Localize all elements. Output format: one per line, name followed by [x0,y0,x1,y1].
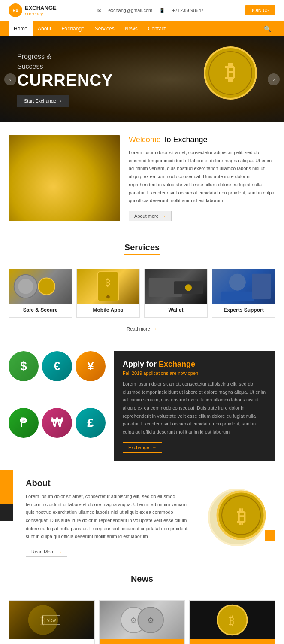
apply-description: Lorem ipsum dolor sit amet, consectetur … [123,380,267,436]
logo-icon: Ex [9,3,22,17]
hero-coin: ₿ [202,45,258,101]
hero-start-button[interactable]: Start Exchange [17,95,69,107]
read-more-about-button[interactable]: Read More [26,547,67,557]
header-email: exchang@gmail.com [108,8,152,13]
join-button[interactable]: JOIN US [245,5,275,15]
services-section: Services Safe & Secure ₿ Mobile Apps Wal… [0,234,284,343]
nav-home[interactable]: Home [9,21,33,36]
service-card-experts: Experts Support [212,269,275,318]
contact-info: ✉ exchang@gmail.com 📱 +71235698647 [97,8,204,13]
svg-text:₿: ₿ [40,614,46,627]
welcome-title-rest: To Exchange [161,135,208,144]
apply-section: $ € ¥ ₱ ₩ £ Apply for Exchange Fall 2019… [0,343,284,470]
currency-pound: £ [76,408,106,438]
svg-text:₿: ₿ [225,61,236,84]
welcome-description: Lorem ipsum dolor sit amet, consectetur … [129,149,275,205]
svg-text:₿: ₿ [237,507,246,527]
exchange-button[interactable]: Exchange [123,442,162,453]
apply-subtitle: Fall 2019 applications are now open [123,371,267,376]
logo-area: Ex EXCHANGE currency [9,3,57,17]
svg-point-12 [229,274,246,291]
hero-section: ‹ Progress &Success CURRENCY Start Excha… [0,36,284,122]
services-grid: Safe & Secure ₿ Mobile Apps Wallet Exper… [9,269,275,318]
news-label-3: Education [190,639,275,644]
apply-title-normal: Apply for [123,360,157,368]
hero-subtitle: Progress &Success [17,52,113,71]
service-label-wallet: Wallet [145,307,207,313]
news-grid: view ₿ ⚙⚙ Education pariatur. Excepteur … [9,600,275,644]
news-title: News [131,574,153,586]
svg-text:⚙: ⚙ [147,616,154,625]
svg-rect-13 [221,292,254,301]
service-card-safe: Safe & Secure [9,269,72,318]
hero-title: CURRENCY [17,71,113,90]
currency-dollar: $ [9,351,39,381]
service-img-safe [9,269,72,304]
main-nav: Home About Exchange Services News Contac… [0,21,284,36]
about-section: About Lorem ipsum dolor sit amet, consec… [0,470,284,565]
currency-won: ₩ [42,408,72,438]
header-phone: +71235698647 [172,8,204,13]
news-card-2: ⚙⚙ Education pariatur. Excepteur sint oc… [99,600,185,644]
service-img-mobile: ₿ [77,269,139,304]
nav-exchange[interactable]: Exchange [56,21,89,36]
logo-exchange: EXCHANGE [25,5,57,11]
apply-text-box: Apply for Exchange Fall 2019 application… [114,351,275,461]
currency-peso: ₱ [9,408,39,438]
nav-search-icon[interactable]: 🔍 [260,21,275,36]
service-label-safe: Safe & Secure [9,307,72,313]
news-section: News view ₿ ⚙⚙ Education pariatur. Excep… [0,565,284,644]
news-img-1: view ₿ [9,601,94,639]
nav-news[interactable]: News [120,21,143,36]
currency-yen: ¥ [76,351,106,381]
about-title: About [26,478,190,488]
about-description: Lorem ipsum dolor sit amet, consectetur … [26,492,190,541]
welcome-image [9,135,120,221]
apply-title: Apply for Exchange [123,360,267,369]
svg-point-7 [106,295,110,298]
top-bar: Ex EXCHANGE currency ✉ exchang@gmail.com… [0,0,284,21]
apply-title-highlight: Exchange [157,360,195,368]
about-coin-image: ₿ [198,485,275,550]
news-img-3: ₿ [190,601,275,639]
nav-about[interactable]: About [33,21,56,36]
service-img-wallet [145,269,207,304]
phone-icon: 📱 [159,8,165,13]
hero-prev-button[interactable]: ‹ [4,73,16,85]
news-label-2: Education [100,639,185,644]
about-more-button[interactable]: About more [129,211,172,221]
services-title: Services [124,243,160,255]
service-label-mobile: Mobile Apps [77,307,139,313]
read-more-button[interactable]: Read more [121,324,163,334]
news-card-1: view ₿ [9,600,95,644]
welcome-title: Welcome To Exchange [129,135,275,144]
svg-text:₿: ₿ [106,277,110,288]
svg-text:₿: ₿ [230,614,236,627]
about-deco-left [0,470,13,504]
nav-contact[interactable]: Contact [143,21,171,36]
email-icon: ✉ [97,8,101,13]
about-deco-left-inner [0,504,13,521]
welcome-highlight: Welcome [129,135,161,144]
currency-icons-grid: $ € ¥ ₱ ₩ £ [9,351,106,461]
nav-services[interactable]: Services [90,21,120,36]
about-deco-right [265,530,275,541]
service-card-wallet: Wallet [144,269,208,318]
hero-next-button[interactable]: › [268,73,280,85]
welcome-section: Welcome To Exchange Lorem ipsum dolor si… [0,122,284,234]
svg-rect-14 [252,274,271,299]
svg-point-11 [185,284,192,291]
news-img-2: ⚙⚙ [100,601,185,639]
currency-euro: € [42,351,72,381]
svg-point-5 [38,278,55,295]
svg-text:⚙: ⚙ [130,616,137,625]
news-card-3: ₿ Education pariatur. Excepteur sint occ… [189,600,275,644]
logo-currency: currency [25,11,57,16]
svg-point-4 [18,279,33,294]
service-card-mobile: ₿ Mobile Apps [76,269,140,318]
service-img-experts [212,269,275,304]
service-label-experts: Experts Support [212,307,275,313]
